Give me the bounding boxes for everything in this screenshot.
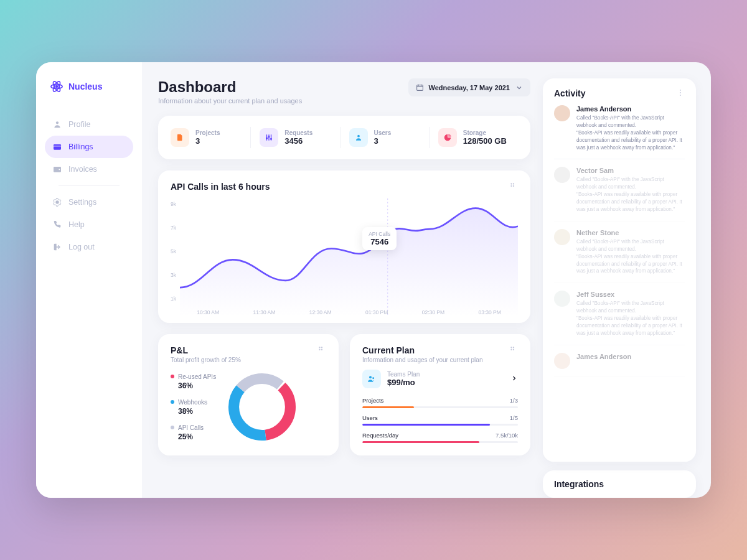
- usage-bar-fill: [362, 406, 414, 408]
- stat-storage: Storage128/500 GB: [430, 127, 518, 148]
- team-icon: [362, 370, 381, 388]
- sidebar-item-label: Log out: [68, 243, 95, 251]
- sidebar-item-label: Invoices: [68, 165, 97, 174]
- chevron-down-icon: [515, 83, 523, 91]
- nav-divider: [59, 185, 120, 186]
- chart-menu-icon[interactable]: [509, 182, 518, 192]
- stat-value: 3: [374, 136, 392, 146]
- svg-point-17: [513, 185, 514, 186]
- svg-point-4: [56, 121, 59, 124]
- sidebar-item-log-out[interactable]: Log out: [45, 236, 133, 258]
- svg-point-11: [268, 136, 270, 138]
- stat-value: 128/500 GB: [463, 136, 507, 146]
- svg-point-30: [680, 90, 681, 91]
- stat-users: Users3: [341, 127, 430, 148]
- y-tick: 9k: [171, 201, 176, 207]
- activity-item[interactable]: Jeff SussexCalled "Books-API" with the J…: [554, 291, 685, 345]
- sidebar-item-label: Settings: [68, 198, 96, 207]
- svg-point-26: [511, 349, 512, 350]
- svg-point-20: [319, 347, 320, 348]
- stat-value: 3456: [284, 136, 312, 146]
- svg-point-10: [266, 138, 268, 139]
- activity-title: Activity: [554, 88, 586, 98]
- svg-point-32: [680, 95, 681, 96]
- activity-desc: Called "Books-API" with the JavaScript w…: [576, 176, 685, 213]
- svg-point-15: [513, 184, 514, 184]
- activity-card: Activity James AndersonCalled "Books-API…: [543, 78, 696, 462]
- page-subtitle: Information about your current plan and …: [158, 97, 302, 105]
- svg-point-31: [680, 92, 681, 93]
- activity-menu-icon[interactable]: [676, 88, 685, 99]
- date-value: Wednesday, 17 May 2021: [429, 84, 510, 91]
- sidebar-item-label: Profile: [68, 120, 90, 129]
- legend-pct: 38%: [171, 407, 216, 416]
- usage-bar-fill: [362, 424, 490, 426]
- legend-pct: 25%: [171, 432, 216, 441]
- sidebar-item-help[interactable]: Help: [45, 213, 133, 236]
- activity-user: Nether Stone: [576, 229, 685, 236]
- usage-label: Users: [362, 414, 378, 421]
- y-tick: 7k: [171, 225, 176, 231]
- tooltip-value: 7546: [369, 237, 390, 246]
- usage-label: Projects: [362, 397, 383, 404]
- chart-title: API Calls in last 6 hours: [171, 182, 270, 192]
- card-icon: [52, 142, 62, 152]
- activity-item[interactable]: Nether StoneCalled "Books-API" with the …: [554, 229, 685, 283]
- legend-label: Webhooks: [178, 399, 207, 406]
- legend-dot: [171, 426, 174, 429]
- svg-point-8: [59, 169, 60, 170]
- plan-menu-icon[interactable]: [509, 345, 518, 356]
- sidebar-item-billings[interactable]: Billings: [45, 136, 133, 158]
- stat-value: 3: [195, 136, 220, 146]
- sidebar-item-profile[interactable]: Profile: [45, 113, 133, 136]
- svg-point-25: [513, 347, 514, 348]
- api-chart-card: API Calls in last 6 hours 9k7k5k3k1k: [158, 170, 530, 323]
- activity-desc: Called "Books-API" with the JavaScript w…: [576, 300, 685, 337]
- sidebar-item-label: Help: [68, 220, 85, 229]
- pnl-menu-icon[interactable]: [317, 345, 326, 356]
- activity-item[interactable]: James AndersonCalled "Books-API" with th…: [554, 105, 685, 159]
- bottom-row: P&L Total profit growth of 25% Re-used A…: [158, 334, 530, 455]
- brand-logo[interactable]: Nucleus: [36, 80, 142, 113]
- stat-requests: Requests3456: [251, 127, 340, 148]
- activity-item[interactable]: Vector SamCalled "Books-API" with the Ja…: [554, 167, 685, 221]
- sidebar: Nucleus ProfileBillingsInvoicesSettingsH…: [36, 62, 142, 498]
- usage-bar: [362, 424, 518, 426]
- pnl-card: P&L Total profit growth of 25% Re-used A…: [158, 334, 339, 455]
- sidebar-item-label: Billings: [68, 142, 93, 151]
- chart-tooltip: API Calls 7546: [362, 227, 397, 250]
- svg-point-27: [513, 349, 514, 350]
- usage-label: Requests/day: [362, 432, 398, 439]
- svg-point-3: [56, 86, 58, 88]
- legend-label: Re-used APIs: [178, 373, 216, 380]
- pnl-subtitle: Total profit growth of 25%: [171, 357, 241, 363]
- sidebar-item-invoices[interactable]: Invoices: [45, 158, 133, 180]
- plan-title: Current Plan: [362, 345, 482, 355]
- svg-rect-6: [54, 146, 61, 147]
- sidebar-item-settings[interactable]: Settings: [45, 191, 133, 213]
- stat-projects: Projects3: [171, 127, 251, 148]
- integrations-card[interactable]: Integrations: [543, 470, 696, 498]
- y-tick: 1k: [171, 296, 176, 302]
- svg-point-28: [369, 376, 372, 378]
- plan-select-row[interactable]: Teams Plan $99/mo: [362, 370, 518, 388]
- brand-name: Nucleus: [68, 82, 102, 91]
- sliders-icon: [260, 128, 278, 147]
- activity-desc: Called "Books-API" with the JavaScript w…: [576, 238, 685, 275]
- logout-icon: [52, 242, 62, 252]
- activity-user: Jeff Sussex: [576, 291, 685, 298]
- activity-desc: Called "Books-API" with the JavaScript w…: [576, 114, 685, 151]
- pnl-legend: Re-used APIs36%Webhooks38%API Calls25%: [171, 373, 216, 441]
- chart-plot[interactable]: API Calls 7546 10:30 AM11:30 AM12:30 AM0…: [180, 198, 518, 317]
- date-picker[interactable]: Wednesday, 17 May 2021: [408, 78, 530, 96]
- usage-row: Projects1/3: [362, 397, 518, 408]
- chart-y-axis: 9k7k5k3k1k: [171, 198, 180, 317]
- atom-icon: [50, 80, 63, 93]
- legend-dot: [171, 375, 174, 378]
- stat-label: Users: [374, 129, 392, 136]
- usage-bar: [362, 441, 518, 443]
- plan-subtitle: Information and usages of your current p…: [362, 357, 482, 363]
- x-tick: 11:30 AM: [253, 309, 275, 315]
- activity-item[interactable]: James Anderson: [554, 353, 685, 377]
- svg-point-23: [321, 349, 322, 350]
